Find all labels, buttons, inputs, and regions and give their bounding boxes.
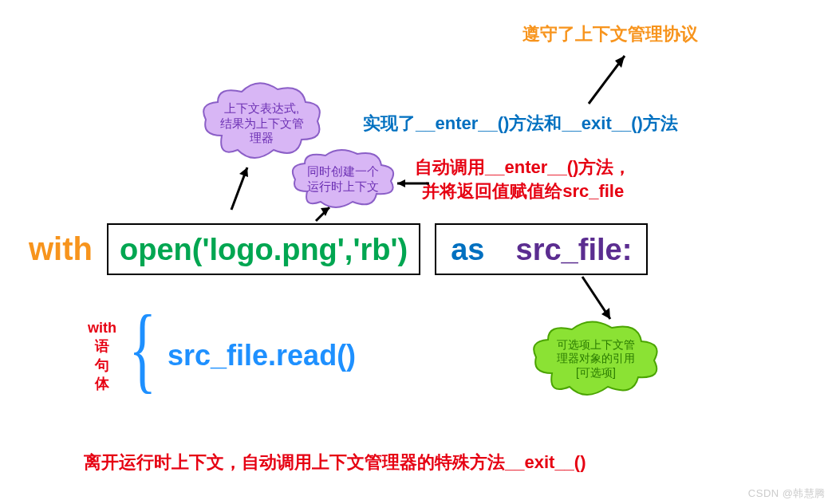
arrow-cloud1-to-box — [223, 163, 271, 219]
with-body-l2: 语 — [88, 337, 116, 356]
with-body-l3: 句 — [88, 356, 116, 375]
open-expression-box: open('logo.png','rb') — [107, 223, 420, 275]
arrow-red-to-cloud2 — [391, 177, 431, 190]
protocol-text: 遵守了上下文管理协议 — [522, 22, 698, 46]
as-box: as src_file: — [435, 223, 648, 275]
brace-icon: { — [129, 301, 157, 397]
as-keyword: as — [451, 233, 484, 266]
with-body-l1: with — [88, 319, 116, 337]
cloudg-l2: 理器对象的引用 — [557, 352, 635, 366]
cloudg-l1: 可选项上下文管 — [557, 338, 635, 352]
cloud1-l1: 上下文表达式, — [220, 101, 304, 116]
svg-marker-7 — [397, 179, 405, 187]
cloud2-l1: 同时创建一个 — [307, 164, 379, 179]
red-line-2: 并将返回值赋值给src_file — [415, 179, 631, 203]
src-file-var: src_file: — [516, 233, 633, 266]
cloud-optional-ref: 可选项上下文管 理器对象的引用 [可选项] — [528, 319, 664, 399]
with-body-label: with 语 句 体 — [88, 319, 116, 394]
cloud-runtime-context: 同时创建一个 运行时上下文 — [287, 148, 399, 211]
cloud1-l3: 理器 — [220, 131, 304, 146]
enter-exit-methods-text: 实现了__enter__()方法和__exit__()方法 — [363, 112, 678, 136]
read-call: src_file.read() — [168, 339, 356, 372]
cloud2-l2: 运行时上下文 — [307, 179, 379, 195]
exit-text: 离开运行时上下文，自动调用上下文管理器的特殊方法__exit__() — [84, 451, 586, 474]
cloudg-l3: [可选项] — [557, 366, 635, 380]
with-body-l4: 体 — [88, 375, 116, 393]
watermark: CSDN @韩慧腾 — [748, 486, 826, 501]
arrow-blue-to-orange — [581, 46, 637, 110]
code-row: with open('logo.png','rb') as src_file: — [29, 223, 648, 275]
red-line-1: 自动调用__enter__()方法， — [415, 156, 631, 179]
with-keyword: with — [29, 231, 93, 267]
open-call: open('logo.png','rb') — [120, 233, 408, 266]
cloud1-l2: 结果为上下文管 — [220, 116, 304, 132]
auto-call-enter-text: 自动调用__enter__()方法， 并将返回值赋值给src_file — [415, 156, 631, 203]
